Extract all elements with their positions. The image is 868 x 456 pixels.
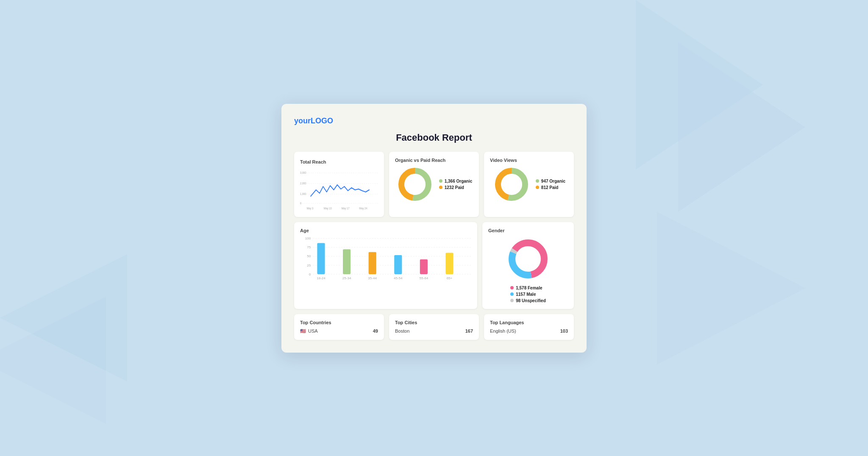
logo-brand: LOGO <box>311 117 333 125</box>
svg-rect-33 <box>317 243 325 274</box>
svg-text:35-44: 35-44 <box>368 276 377 280</box>
male-dot <box>510 292 514 296</box>
video-views-donut: 947 Organic 812 Paid <box>490 165 568 203</box>
svg-text:45-54: 45-54 <box>394 276 403 280</box>
country-usa-label: 🇺🇸 USA <box>300 328 318 334</box>
svg-text:0: 0 <box>300 201 302 205</box>
city-row-boston: Boston 167 <box>395 328 473 334</box>
line-chart: 3,000 2,000 1,000 0 May 3 May 10 May 17 … <box>300 169 378 211</box>
report-card: yourLOGO Facebook Report Total Reach 2,8… <box>281 104 587 353</box>
svg-text:25: 25 <box>307 263 311 267</box>
donut-wrap-organic-paid: 1,366 Organic 1232 Paid <box>396 165 473 203</box>
boston-name: Boston <box>395 328 409 334</box>
card-organic-paid: Organic vs Paid Reach <box>389 152 479 217</box>
svg-text:18-24: 18-24 <box>317 276 326 280</box>
top-countries-label: Top Countries <box>300 320 378 325</box>
english-name: English (US) <box>490 328 516 334</box>
svg-point-19 <box>406 176 423 193</box>
svg-rect-35 <box>369 252 376 274</box>
svg-rect-38 <box>445 253 453 274</box>
organic-label: 1,366 Organic <box>445 179 473 184</box>
card-top-countries: Top Countries 🇺🇸 USA 49 <box>294 314 384 340</box>
organic-dot <box>439 179 442 183</box>
legend-paid: 1232 Paid <box>439 185 473 190</box>
paid-dot <box>439 186 442 189</box>
unspecified-dot <box>510 299 514 302</box>
svg-marker-0 <box>636 0 763 170</box>
card-gender: Gender <box>482 222 574 309</box>
svg-marker-3 <box>0 297 106 424</box>
video-views-label: Video Views <box>490 158 568 163</box>
usa-flag: 🇺🇸 <box>300 328 306 334</box>
donut-chart-video <box>492 165 531 203</box>
svg-point-22 <box>503 176 520 193</box>
organic-paid-label: Organic vs Paid Reach <box>395 158 473 163</box>
svg-text:1,000: 1,000 <box>300 192 306 195</box>
video-paid-dot <box>536 186 539 189</box>
svg-text:2,000: 2,000 <box>300 181 306 185</box>
svg-marker-2 <box>0 254 127 381</box>
card-top-cities: Top Cities Boston 167 <box>389 314 479 340</box>
legend-video-organic: 947 Organic <box>536 179 565 184</box>
video-organic-value: 947 Organic <box>541 179 565 184</box>
age-bar-chart: 100 75 50 25 0 <box>300 236 471 283</box>
svg-text:3,000: 3,000 <box>300 171 306 174</box>
donut-chart-organic-paid <box>396 165 434 203</box>
svg-text:25-34: 25-34 <box>342 276 351 280</box>
country-row-usa: 🇺🇸 USA 49 <box>300 328 378 334</box>
unspecified-value: 98 Unspecified <box>516 298 546 303</box>
total-reach-header: Total Reach 2,893 <box>300 158 378 165</box>
male-value: 1157 Male <box>516 292 536 297</box>
svg-text:65+: 65+ <box>447 276 453 280</box>
donut-chart-gender <box>505 236 551 282</box>
svg-text:May 17: May 17 <box>341 206 350 210</box>
age-svg: 100 75 50 25 0 <box>300 236 471 283</box>
video-organic-dot <box>536 179 539 183</box>
svg-text:May 24: May 24 <box>359 206 367 210</box>
svg-rect-34 <box>343 249 351 274</box>
organic-paid-donut: 1,366 Organic 1232 Paid <box>395 165 473 203</box>
svg-marker-4 <box>657 212 805 364</box>
svg-text:May 3: May 3 <box>306 206 313 210</box>
svg-rect-37 <box>420 259 428 274</box>
city-boston-label: Boston <box>395 328 409 334</box>
donut-wrap-gender: 1,578 Female 1157 Male 98 Unspecified <box>505 236 551 303</box>
gender-donut: 1,578 Female 1157 Male 98 Unspecified <box>488 236 568 303</box>
gender-label: Gender <box>488 228 568 233</box>
svg-text:0: 0 <box>309 272 311 276</box>
organic-paid-legend: 1,366 Organic 1232 Paid <box>439 179 473 190</box>
boston-count: 167 <box>465 328 473 334</box>
svg-text:100: 100 <box>305 236 311 240</box>
top-languages-label: Top Languages <box>490 320 568 325</box>
english-count: 103 <box>560 328 568 334</box>
top-cities-label: Top Cities <box>395 320 473 325</box>
paid-label: 1232 Paid <box>445 185 464 190</box>
row-demographics: Age 100 75 50 25 0 <box>294 222 574 309</box>
usa-name: USA <box>308 328 318 334</box>
svg-text:50: 50 <box>307 254 311 258</box>
card-top-languages: Top Languages English (US) 103 <box>484 314 574 340</box>
female-dot <box>510 286 514 289</box>
gender-legend: 1,578 Female 1157 Male 98 Unspecified <box>510 286 546 303</box>
svg-rect-36 <box>394 255 402 274</box>
video-paid-value: 812 Paid <box>541 185 559 190</box>
row-geo: Top Countries 🇺🇸 USA 49 Top Cities Bosto… <box>294 314 574 340</box>
row-metrics: Total Reach 2,893 3,000 2,000 1,000 0 <box>294 152 574 217</box>
donut-wrap-video: 947 Organic 812 Paid <box>492 165 565 203</box>
total-reach-label: Total Reach <box>300 159 326 164</box>
svg-point-48 <box>517 248 539 270</box>
lang-row-english: English (US) 103 <box>490 328 568 334</box>
lang-english-label: English (US) <box>490 328 516 334</box>
svg-marker-1 <box>678 42 805 212</box>
card-video-views: Video Views 947 Organic <box>484 152 574 217</box>
card-age: Age 100 75 50 25 0 <box>294 222 477 309</box>
logo-prefix: your <box>294 117 311 125</box>
female-value: 1,578 Female <box>516 286 542 290</box>
svg-text:75: 75 <box>307 245 311 249</box>
age-label: Age <box>300 228 471 233</box>
logo-area: yourLOGO <box>294 117 574 125</box>
legend-organic: 1,366 Organic <box>439 179 473 184</box>
legend-male: 1157 Male <box>510 292 536 297</box>
svg-text:55-64: 55-64 <box>420 276 428 280</box>
legend-video-paid: 812 Paid <box>536 185 565 190</box>
